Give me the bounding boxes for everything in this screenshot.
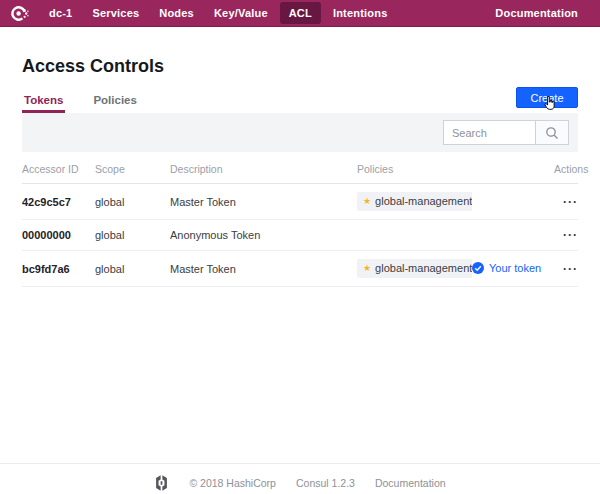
policy-name: global-management	[375, 262, 472, 274]
policies-cell: ★ global-management	[357, 251, 472, 287]
create-button[interactable]: Create	[516, 87, 578, 108]
search-group	[443, 120, 569, 145]
main-content: Access Controls Tokens Policies Create	[0, 57, 600, 287]
scope: global	[95, 184, 170, 220]
table-header-row: Accessor ID Scope Description Policies A…	[22, 152, 578, 184]
your-token-cell	[472, 220, 554, 251]
actions-cell: ···	[554, 251, 578, 287]
footer-copyright: © 2018 HashiCorp	[189, 477, 276, 489]
search-icon	[545, 126, 559, 140]
description: Master Token	[170, 184, 357, 220]
policies-cell	[357, 220, 472, 251]
scope: global	[95, 220, 170, 251]
more-actions-icon[interactable]: ···	[563, 195, 578, 209]
tab-tokens[interactable]: Tokens	[22, 88, 65, 113]
footer-documentation-link[interactable]: Documentation	[375, 477, 446, 489]
tab-policies[interactable]: Policies	[91, 88, 138, 113]
policies-cell: ★ global-management	[357, 184, 472, 220]
more-actions-icon[interactable]: ···	[563, 262, 578, 276]
accessor-id: 00000000	[22, 220, 95, 251]
check-circle-icon	[472, 262, 484, 274]
nav-item-dc[interactable]: dc-1	[39, 3, 82, 23]
star-icon: ★	[363, 264, 371, 273]
actions-cell: ···	[554, 184, 578, 220]
col-header-description: Description	[170, 152, 357, 184]
nav-item-services[interactable]: Services	[82, 3, 149, 23]
col-header-spacer	[472, 152, 554, 184]
your-token-cell	[472, 184, 554, 220]
more-actions-icon[interactable]: ···	[563, 228, 578, 242]
nav-item-nodes[interactable]: Nodes	[149, 3, 204, 23]
search-input[interactable]	[443, 120, 535, 145]
nav-item-keyvalue[interactable]: Key/Value	[204, 3, 278, 23]
description: Master Token	[170, 251, 357, 287]
policy-name: global-management	[375, 195, 472, 207]
your-token-cell: Your token	[472, 251, 554, 287]
nav-item-documentation[interactable]: Documentation	[485, 3, 588, 23]
search-toolbar	[22, 113, 578, 152]
your-token-indicator: Your token	[472, 262, 541, 274]
description: Anonymous Token	[170, 220, 357, 251]
star-icon: ★	[363, 197, 371, 206]
footer-version: Consul 1.2.3	[296, 477, 355, 489]
page-title: Access Controls	[22, 57, 578, 75]
col-header-scope: Scope	[95, 152, 170, 184]
nav-item-intentions[interactable]: Intentions	[323, 3, 398, 23]
your-token-label: Your token	[489, 262, 541, 274]
tab-bar: Tokens Policies Create	[22, 87, 578, 113]
hashicorp-logo-icon	[154, 475, 169, 491]
col-header-actions: Actions	[554, 152, 578, 184]
col-header-policies: Policies	[357, 152, 472, 184]
tokens-table: Accessor ID Scope Description Policies A…	[22, 152, 578, 287]
accessor-id: bc9fd7a6	[22, 251, 95, 287]
consul-logo-icon[interactable]	[10, 4, 29, 23]
policy-badge: ★ global-management	[357, 192, 472, 211]
top-navbar: dc-1 Services Nodes Key/Value ACL Intent…	[0, 0, 600, 27]
scope: global	[95, 251, 170, 287]
col-header-accessor-id: Accessor ID	[22, 152, 95, 184]
table-row[interactable]: bc9fd7a6 global Master Token ★ global-ma…	[22, 251, 578, 287]
site-footer: © 2018 HashiCorp Consul 1.2.3 Documentat…	[0, 463, 600, 494]
actions-cell: ···	[554, 220, 578, 251]
table-row[interactable]: 00000000 global Anonymous Token ···	[22, 220, 578, 251]
search-button[interactable]	[535, 120, 569, 145]
table-row[interactable]: 42c9c5c7 global Master Token ★ global-ma…	[22, 184, 578, 220]
policy-badge: ★ global-management	[357, 259, 472, 278]
nav-item-acl[interactable]: ACL	[280, 2, 321, 24]
accessor-id: 42c9c5c7	[22, 184, 95, 220]
